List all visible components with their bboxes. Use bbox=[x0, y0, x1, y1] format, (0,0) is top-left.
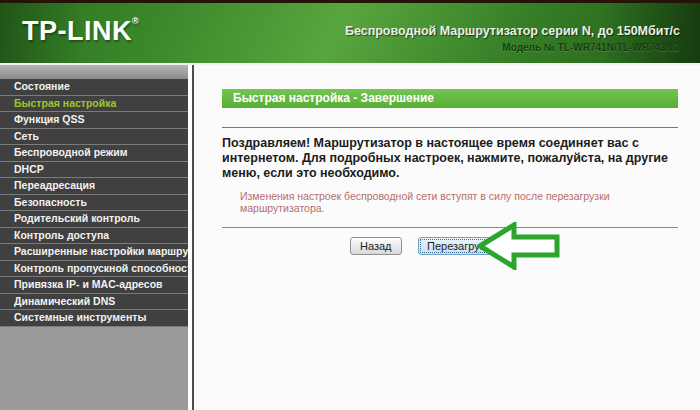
sidebar-menu: Состояние Быстрая настройка Функция QSS … bbox=[0, 79, 188, 327]
sidebar-item-qss[interactable]: Функция QSS bbox=[0, 112, 188, 129]
reboot-note: Изменения настроек беспроводной сети вст… bbox=[240, 190, 678, 214]
divider bbox=[222, 127, 678, 128]
sidebar-item-access-control[interactable]: Контроль доступа bbox=[0, 228, 188, 245]
sidebar-item-system-tools[interactable]: Системные инструменты bbox=[0, 310, 188, 327]
back-button[interactable]: Назад bbox=[350, 237, 402, 255]
green-arrow-icon bbox=[477, 222, 561, 270]
button-row: Назад Перезагрузка bbox=[222, 236, 678, 296]
sidebar-item-status[interactable]: Состояние bbox=[0, 79, 188, 96]
sidebar: Состояние Быстрая настройка Функция QSS … bbox=[0, 65, 188, 410]
tp-link-logo: TP-LINK® bbox=[22, 16, 139, 47]
sidebar-item-ip-mac-binding[interactable]: Привязка IP- и MAC-адресов bbox=[0, 277, 188, 294]
sidebar-item-security[interactable]: Безопасность bbox=[0, 195, 188, 212]
congratulations-text: Поздравляем! Маршрутизатор в настоящее в… bbox=[222, 136, 678, 181]
product-tagline: Беспроводной Маршрутизатор серии N, до 1… bbox=[345, 24, 680, 38]
registered-mark: ® bbox=[132, 16, 139, 26]
sidebar-item-forwarding[interactable]: Переадресация bbox=[0, 178, 188, 195]
sidebar-item-parental-control[interactable]: Родительский контроль bbox=[0, 211, 188, 228]
sidebar-item-quick-setup[interactable]: Быстрая настройка bbox=[0, 96, 188, 113]
sidebar-item-bandwidth-control[interactable]: Контроль пропускной способности bbox=[0, 261, 188, 278]
section-title-banner: Быстрая настройка - Завершение bbox=[222, 89, 678, 108]
main-content: Быстрая настройка - Завершение Поздравля… bbox=[192, 65, 700, 410]
model-number: Модель № TL-WR741N/TL-WR741ND bbox=[345, 42, 680, 53]
sidebar-item-advanced-routing[interactable]: Расширенные настройки маршрутизации bbox=[0, 244, 188, 261]
sidebar-top-cap bbox=[0, 65, 188, 79]
divider bbox=[222, 227, 678, 228]
body: Состояние Быстрая настройка Функция QSS … bbox=[0, 63, 700, 410]
header-product-info: Беспроводной Маршрутизатор серии N, до 1… bbox=[345, 24, 680, 53]
sidebar-item-network[interactable]: Сеть bbox=[0, 129, 188, 146]
sidebar-item-wireless[interactable]: Беспроводной режим bbox=[0, 145, 188, 162]
sidebar-item-dynamic-dns[interactable]: Динамический DNS bbox=[0, 294, 188, 311]
sidebar-item-dhcp[interactable]: DHCP bbox=[0, 162, 188, 179]
sidebar-filler bbox=[0, 327, 188, 410]
header: TP-LINK® Беспроводной Маршрутизатор сери… bbox=[0, 3, 700, 63]
